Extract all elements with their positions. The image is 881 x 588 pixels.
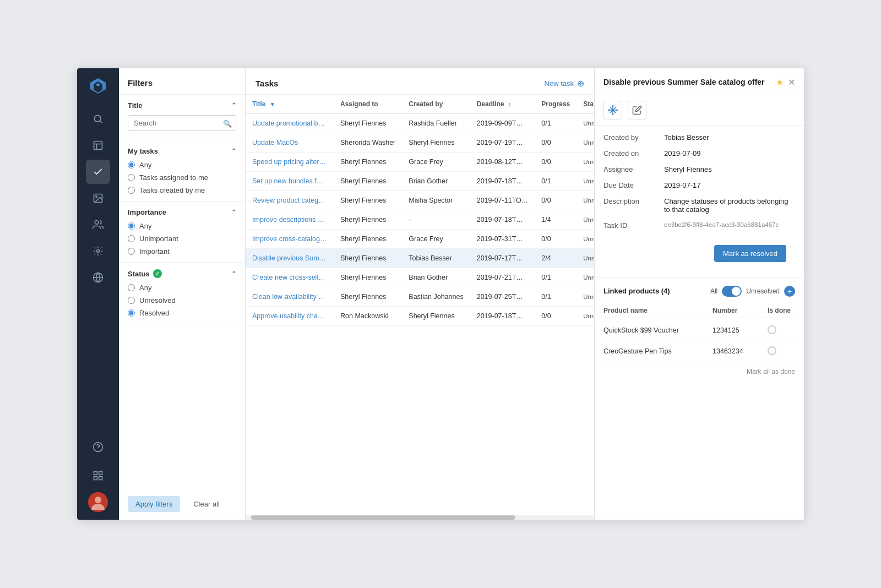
detail-toolbar [595,95,804,126]
sidebar-item-files[interactable] [86,133,110,157]
table-row[interactable]: Update MacOs Sheronda Washer Sheryl Fien… [246,133,594,153]
table-row[interactable]: Improve cross-catalog shari… Sheryl Fien… [246,230,594,249]
sidebar-item-users[interactable] [86,213,110,237]
col-progress[interactable]: Progress [535,95,577,114]
table-row[interactable]: Set up new bundles for Au… Sheryl Fienne… [246,172,594,191]
importance-unimportant[interactable]: Unimportant [128,235,236,243]
svg-point-20 [612,105,613,106]
sidebar-bottom [86,435,110,512]
sidebar-item-images[interactable] [86,186,110,210]
cell-assigned: Sheryl Fiennes [334,287,402,307]
importance-important[interactable]: Important [128,247,236,255]
cell-title: Clean low-availability produ… [246,287,334,307]
cell-title: Update MacOs [246,133,334,153]
product-done-radio[interactable] [768,346,795,357]
svg-point-4 [95,221,99,225]
status-unresolved[interactable]: Unresolved [128,296,236,304]
linked-products-header: Linked products (4) All Unresolved + [603,286,795,297]
my-tasks-any[interactable]: Any [128,161,236,169]
importance-filter-header[interactable]: Importance ⌃ [128,208,236,216]
title-filter-header[interactable]: Title ⌃ [128,101,236,110]
cell-status: Unresolv… [577,230,594,249]
cell-created: Brian Gother [402,172,470,191]
created-by-value: Tobias Besser [664,133,795,141]
table-row[interactable]: Review product category fe… Sheryl Fienn… [246,191,594,210]
table-row[interactable]: Improve descriptions on All… Sheryl Fien… [246,210,594,230]
col-deadline[interactable]: Deadline ↕ [470,95,535,114]
filters-footer: Apply filters Clear all [119,488,245,520]
my-tasks-chevron-icon: ⌃ [231,148,236,155]
my-tasks-filter-header[interactable]: My tasks ⌃ [128,147,236,155]
status-resolved[interactable]: Resolved [128,309,236,317]
title-filter-section: Title ⌃ 🔍 [119,95,245,140]
sidebar-item-tasks[interactable] [86,160,110,184]
cell-status: Unresolv… [577,268,594,287]
created-on-label: Created on [603,149,664,157]
add-linked-product-button[interactable]: + [784,286,795,297]
cell-progress: 0/0 [535,153,577,172]
horizontal-scrollbar[interactable] [246,515,594,520]
col-assigned-to[interactable]: Assigned to [334,95,402,114]
cell-assigned: Sheryl Fiennes [334,172,402,191]
svg-point-5 [97,250,100,253]
status-check-icon: ✓ [153,269,162,278]
table-row[interactable]: Approve usability changes i… Ron Mackows… [246,307,594,326]
star-icon[interactable]: ★ [776,77,784,88]
col-created-by[interactable]: Created by [402,95,470,114]
clear-filters-button[interactable]: Clear all [186,496,227,512]
table-row[interactable]: Create new cross-sell for A… Sheryl Fien… [246,268,594,287]
sidebar-item-grid[interactable] [86,464,110,488]
status-any[interactable]: Any [128,284,236,292]
edit-icon-button[interactable] [628,101,646,119]
mark-all-done-link[interactable]: Mark all as done [603,362,795,375]
my-tasks-created[interactable]: Tasks created by me [128,186,236,194]
table-row[interactable]: Clean low-availability produ… Sheryl Fie… [246,287,594,307]
importance-any[interactable]: Any [128,222,236,230]
apply-filters-button[interactable]: Apply filters [128,496,180,512]
sidebar-item-globe[interactable] [86,265,110,290]
status-filter-header[interactable]: Status ✓ ⌃ [128,269,236,278]
table-row[interactable]: Update promotional bundle… Sheryl Fienne… [246,114,594,133]
close-icon[interactable]: ✕ [788,77,795,88]
title-sort-icon: ▼ [270,101,275,107]
avatar[interactable] [88,492,108,512]
cell-assigned: Sheryl Fiennes [334,210,402,230]
cell-deadline: 2019-07-19T… [470,133,535,153]
cell-created: - [402,210,470,230]
svg-rect-10 [94,472,97,475]
cell-deadline: 2019-09-09T… [470,114,535,133]
cell-created: Sheryl Fiennes [402,133,470,153]
cell-deadline: 2019-07-21T… [470,268,535,287]
cell-status: Unresolv… [577,249,594,268]
all-toggle-switch[interactable] [722,286,742,297]
col-status[interactable]: Status [577,95,594,114]
sidebar-item-search[interactable] [86,107,110,131]
cell-status: Unresolv… [577,210,594,230]
cell-status: Unresolv… [577,133,594,153]
cell-deadline: 2019-07-25T… [470,287,535,307]
title-search-input[interactable] [128,115,236,131]
snowflake-icon-button[interactable] [603,101,622,119]
scrollbar-thumb[interactable] [251,515,515,520]
my-tasks-assigned[interactable]: Tasks assigned to me [128,173,236,182]
cell-title: Create new cross-sell for A… [246,268,334,287]
cell-created: Grace Frey [402,153,470,172]
description-label: Description [603,197,664,205]
importance-chevron-icon: ⌃ [231,209,236,216]
sidebar-item-settings[interactable] [86,239,110,263]
field-assignee: Assignee Sheryl Fiennes [603,165,795,173]
svg-point-3 [96,196,97,198]
product-col-name: Product name [603,307,713,314]
col-title[interactable]: Title ▼ [246,95,334,114]
assignee-label: Assignee [603,165,664,173]
new-task-button[interactable]: New task ⊕ [545,78,584,89]
app-logo[interactable] [88,76,108,96]
mark-resolved-button[interactable]: Mark as resolved [714,245,786,262]
sidebar-item-help[interactable] [86,435,110,459]
svg-point-23 [617,110,618,111]
cell-status: Unresolv… [577,153,594,172]
table-row[interactable]: Disable previous Summer S… Sheryl Fienne… [246,249,594,268]
product-name: CreoGesture Pen Tips [603,347,713,355]
product-done-radio[interactable] [768,325,795,336]
table-row[interactable]: Speed up pricing alterations Sheryl Fien… [246,153,594,172]
